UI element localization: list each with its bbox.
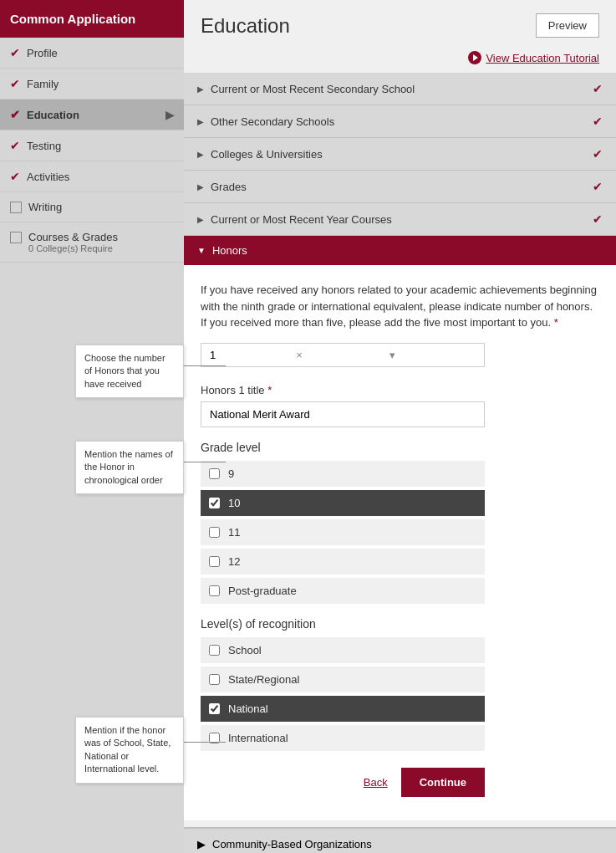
sidebar-item-activities[interactable]: ✔ Activities: [0, 161, 184, 192]
sidebar-item-testing[interactable]: ✔ Testing: [0, 130, 184, 161]
section-row-1[interactable]: ▶ Other Secondary Schools ✔: [184, 105, 616, 138]
tutorial-link-container: View Education Tutorial: [184, 51, 616, 73]
connector-2: [184, 462, 226, 462]
check-icon-education: ✔: [10, 108, 20, 121]
chevron-down-icon: ▾: [389, 349, 476, 361]
grade-checkbox-input-12[interactable]: [209, 556, 220, 567]
sidebar-item-education[interactable]: ✔ Education ▶: [0, 100, 184, 130]
back-button[interactable]: Back: [364, 776, 388, 789]
section-row-2[interactable]: ▶ Colleges & Universities ✔: [184, 138, 616, 171]
grade-checkbox-input-9[interactable]: [209, 468, 220, 479]
community-row[interactable]: ▶ Community-Based Organizations: [184, 827, 616, 854]
recognition-checkbox-state[interactable]: State/Regional: [201, 667, 485, 692]
check-icon-section-1: ✔: [593, 115, 603, 128]
clear-icon[interactable]: ×: [296, 349, 382, 361]
arrow-icon-education: ▶: [165, 109, 174, 121]
tutorial-link[interactable]: View Education Tutorial: [486, 52, 599, 64]
grade-level-label: Grade level: [201, 441, 599, 454]
check-icon-family: ✔: [10, 77, 20, 90]
tooltip-3-box: Mention if the honor was of School, Stat…: [75, 717, 184, 784]
recognition-checkbox-national[interactable]: National: [201, 696, 485, 722]
required-star: *: [554, 316, 558, 329]
sidebar-courses-sublabel: 0 College(s) Require: [10, 243, 113, 253]
section-row-4[interactable]: ▶ Current or Most Recent Year Courses ✔: [184, 203, 616, 236]
continue-button[interactable]: Continue: [401, 768, 485, 797]
honors-desc-text: If you have received any honors related …: [201, 283, 597, 329]
btn-row: Back Continue: [201, 754, 485, 804]
honors-count-select[interactable]: 1 × ▾: [201, 343, 485, 367]
sidebar-item-writing[interactable]: Writing: [0, 192, 184, 222]
section-label-4: Current or Most Recent Year Courses: [211, 213, 593, 226]
honors-title-label: Honors 1 title *: [201, 384, 599, 396]
sidebar-label-profile: Profile: [27, 47, 58, 59]
check-icon-section-4: ✔: [593, 212, 603, 226]
grade-label-postgrad: Post-graduate: [228, 585, 297, 597]
sidebar-label-courses: Courses & Grades: [28, 231, 118, 243]
grade-label-9: 9: [228, 467, 234, 480]
grade-label-11: 11: [228, 526, 240, 539]
check-icon-testing: ✔: [10, 139, 20, 152]
community-label: Community-Based Organizations: [212, 838, 372, 850]
recognition-label: Level(s) of recognition: [201, 617, 599, 631]
honors-title-label-text: Honors 1 title: [201, 384, 265, 396]
sidebar-item-courses[interactable]: Courses & Grades 0 College(s) Require: [0, 222, 184, 263]
honors-description: If you have received any honors related …: [201, 282, 599, 331]
grade-checkbox-input-10[interactable]: [209, 498, 220, 508]
recognition-checkbox-school[interactable]: School: [201, 637, 485, 663]
arrow-right-icon-4: ▶: [197, 215, 204, 224]
grade-checkbox-input-postgrad[interactable]: [209, 585, 220, 596]
recognition-checkbox-input-school[interactable]: [209, 645, 220, 656]
section-row-3[interactable]: ▶ Grades ✔: [184, 171, 616, 203]
title-required-star: *: [267, 384, 272, 396]
section-label-2: Colleges & Universities: [211, 148, 593, 161]
recognition-checkbox-international[interactable]: International: [201, 725, 485, 751]
sidebar-item-profile[interactable]: ✔ Profile: [0, 38, 184, 69]
section-label-0: Current or Most Recent Secondary School: [211, 83, 593, 95]
grade-label-12: 12: [228, 555, 240, 568]
sidebar-label-family: Family: [27, 78, 59, 90]
play-icon: [468, 51, 481, 64]
connector-1: [184, 365, 226, 366]
sidebar-item-family[interactable]: ✔ Family: [0, 69, 184, 100]
main-header: Education Preview: [184, 0, 616, 51]
arrow-right-icon-0: ▶: [197, 84, 204, 94]
sidebar-label-activities: Activities: [27, 171, 69, 183]
honors-header[interactable]: ▼ Honors: [184, 236, 616, 265]
main-content: Education Preview View Education Tutoria…: [184, 0, 616, 853]
check-icon-section-3: ✔: [593, 180, 603, 193]
sidebar-header: Common Application: [0, 0, 184, 38]
grade-checkbox-input-11[interactable]: [209, 527, 220, 538]
grade-checkbox-11[interactable]: 11: [201, 519, 485, 545]
recognition-label-school: School: [228, 644, 262, 656]
honors-header-label: Honors: [212, 244, 247, 257]
page-title: Education: [201, 14, 290, 38]
sidebar-label-education: Education: [27, 109, 79, 121]
recognition-checkbox-input-state[interactable]: [209, 674, 220, 685]
honors-body: Choose the number of Honors that you hav…: [184, 265, 616, 820]
section-row-0[interactable]: ▶ Current or Most Recent Secondary Schoo…: [184, 73, 616, 105]
tooltip-2-box: Mention the names of the Honor in chrono…: [75, 441, 184, 494]
check-icon-profile: ✔: [10, 46, 20, 59]
arrow-right-icon-2: ▶: [197, 150, 204, 159]
tooltip-1-box: Choose the number of Honors that you hav…: [75, 345, 184, 398]
grade-checkbox-10[interactable]: 10: [201, 490, 485, 516]
check-icon-activities: ✔: [10, 170, 20, 183]
grade-checkbox-postgrad[interactable]: Post-graduate: [201, 578, 485, 604]
arrow-right-icon-1: ▶: [197, 117, 204, 126]
sidebar-label-testing: Testing: [27, 140, 61, 152]
check-icon-section-0: ✔: [593, 82, 603, 95]
recognition-checkbox-input-national[interactable]: [209, 703, 220, 714]
section-label-3: Grades: [211, 181, 593, 193]
sidebar-label-writing: Writing: [28, 201, 62, 213]
grade-label-10: 10: [228, 497, 240, 509]
grade-checkbox-12[interactable]: 12: [201, 549, 485, 575]
recognition-label-national: National: [228, 702, 268, 715]
recognition-label-international: International: [228, 732, 288, 744]
connector-3: [184, 742, 226, 743]
honors-title-input[interactable]: [201, 401, 485, 427]
section-label-1: Other Secondary Schools: [211, 115, 593, 128]
check-empty-icon-courses: [10, 232, 22, 243]
grade-checkbox-9[interactable]: 9: [201, 461, 485, 487]
arrow-right-icon-community: ▶: [197, 838, 206, 850]
preview-button[interactable]: Preview: [536, 13, 599, 38]
